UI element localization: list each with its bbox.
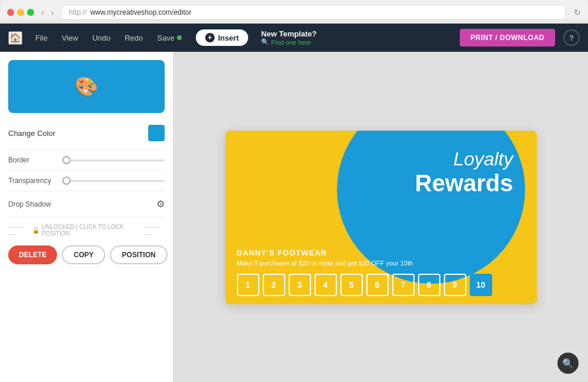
insert-label: Insert: [218, 34, 239, 42]
stamp-3: 3: [289, 274, 311, 296]
stamp-9: 9: [444, 274, 466, 296]
zoom-icon: 🔍: [562, 358, 574, 369]
color-swatch-panel: 🎨: [8, 60, 165, 113]
copy-button[interactable]: COPY: [62, 245, 105, 264]
lock-row[interactable]: — — — 🔓 UNLOCKED | CLICK TO LOCK POSITIO…: [8, 217, 165, 243]
find-template-label: Find one here: [271, 39, 311, 46]
action-buttons: DELETE COPY POSITION: [8, 243, 165, 264]
browser-nav: ‹ ›: [39, 6, 56, 18]
stamp-8: 8: [418, 274, 440, 296]
dot-maximize[interactable]: [27, 9, 34, 16]
lock-text: UNLOCKED | CLICK TO LOCK POSITION: [42, 224, 141, 237]
border-slider-thumb[interactable]: [62, 156, 71, 164]
transparency-slider-row: Transparency: [8, 171, 165, 191]
change-color-row: Change Color: [8, 121, 165, 150]
drop-shadow-row: Drop Shadow ⚙: [8, 191, 165, 217]
stamp-10: 10: [470, 274, 492, 296]
card-tagline: Make 9 purchases of $20 or more and get …: [237, 260, 525, 267]
stamp-1: 1: [237, 274, 259, 296]
insert-plus-icon: +: [205, 33, 215, 42]
undo-menu[interactable]: Undo: [86, 31, 116, 45]
nav-forward-button[interactable]: ›: [49, 6, 56, 18]
url-bar[interactable]: http:// www.mycreativeshop.com/editor: [63, 6, 564, 19]
save-item[interactable]: Save: [151, 31, 188, 45]
lock-label: 🔓 UNLOCKED | CLICK TO LOCK POSITION: [32, 224, 141, 237]
search-icon: 🔍: [261, 38, 269, 46]
browser-dots: [7, 9, 34, 16]
border-label: Border: [8, 156, 55, 164]
lock-dash-left: — — —: [8, 223, 29, 237]
app-header: 🏠 File View Undo Redo Save + Insert New …: [0, 24, 588, 52]
transparency-slider-thumb[interactable]: [62, 177, 71, 185]
card-loyalty-text: Loyalty: [415, 148, 513, 170]
new-template-promo: New Template? 🔍 Find one here: [261, 29, 316, 46]
lock-dash-right: — — —: [144, 223, 165, 237]
lock-icon: 🔓: [32, 227, 39, 234]
color-picker-box[interactable]: [148, 125, 165, 141]
new-template-title: New Template?: [261, 29, 316, 38]
home-button[interactable]: 🏠: [8, 31, 22, 45]
browser-chrome: ‹ › http:// www.mycreativeshop.com/edito…: [0, 0, 588, 19]
loyalty-card[interactable]: Loyalty Rewards DANNY'S FOOTWEAR Make 9 …: [225, 131, 537, 304]
border-slider-row: Border: [8, 150, 165, 171]
left-panel: 🎨 Change Color Border Transparency Drop …: [0, 52, 173, 382]
zoom-button[interactable]: 🔍: [557, 353, 579, 374]
print-download-button[interactable]: PRINT / DOWNLOAD: [460, 29, 555, 46]
delete-button[interactable]: DELETE: [8, 245, 57, 264]
url-prefix: http://: [69, 8, 86, 16]
dot-close[interactable]: [7, 9, 14, 16]
insert-button[interactable]: + Insert: [196, 29, 248, 46]
stamp-7: 7: [392, 274, 415, 296]
main-layout: 🎨 Change Color Border Transparency Drop …: [0, 52, 588, 382]
browser-top-bar: ‹ › http:// www.mycreativeshop.com/edito…: [7, 6, 581, 19]
card-bottom-section: DANNY'S FOOTWEAR Make 9 purchases of $20…: [225, 239, 537, 304]
find-template-link[interactable]: 🔍 Find one here: [261, 38, 316, 46]
stamp-4: 4: [315, 274, 337, 296]
border-slider-track[interactable]: [62, 160, 165, 161]
redo-menu[interactable]: Redo: [119, 31, 149, 45]
url-text: www.mycreativeshop.com/editor: [90, 8, 191, 16]
stamp-6: 6: [366, 274, 389, 296]
stamp-2: 2: [263, 274, 285, 296]
canvas-area: Loyalty Rewards DANNY'S FOOTWEAR Make 9 …: [173, 52, 588, 382]
card-title-block: Loyalty Rewards: [415, 148, 513, 197]
view-menu[interactable]: View: [56, 31, 84, 45]
refresh-button[interactable]: ↻: [574, 8, 581, 17]
position-button[interactable]: POSITION: [110, 245, 167, 264]
card-stamps-row: 12345678910: [237, 274, 525, 296]
dot-minimize[interactable]: [17, 9, 24, 16]
stamp-5: 5: [340, 274, 363, 296]
drop-shadow-label: Drop Shadow: [8, 200, 51, 208]
transparency-label: Transparency: [8, 177, 55, 185]
help-button[interactable]: ?: [563, 29, 580, 46]
palette-icon: 🎨: [75, 75, 98, 98]
transparency-slider-track[interactable]: [62, 180, 165, 182]
change-color-label: Change Color: [8, 129, 55, 138]
card-rewards-text: Rewards: [415, 170, 513, 197]
save-status-dot: [177, 35, 182, 40]
nav-back-button[interactable]: ‹: [39, 6, 46, 18]
save-label: Save: [157, 34, 175, 42]
file-menu[interactable]: File: [29, 31, 54, 45]
shadow-settings-icon[interactable]: ⚙: [156, 198, 165, 210]
card-business-name: DANNY'S FOOTWEAR: [237, 248, 525, 257]
